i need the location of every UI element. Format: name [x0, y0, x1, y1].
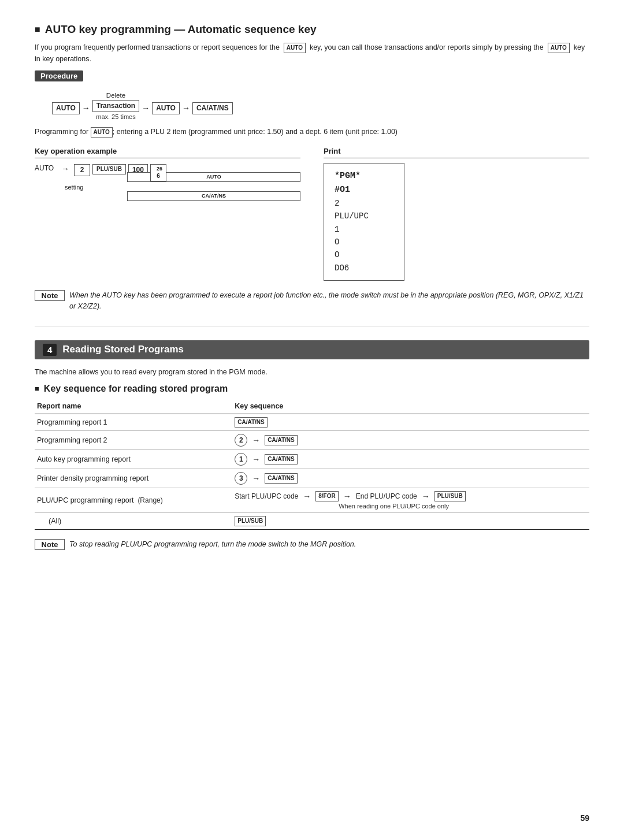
print-l4: O — [335, 236, 393, 248]
key-caatns-1: CA/AT/NS — [235, 417, 267, 428]
arrow-7: → — [422, 492, 430, 501]
proc-caatns: CA/AT/NS — [192, 92, 233, 114]
circle-2: 2 — [235, 434, 247, 447]
plu-sub-key: PLU/SUB — [434, 491, 466, 501]
key-seq-1: CA/AT/NS — [232, 414, 589, 430]
proc-caatns-box: CA/AT/NS — [192, 102, 233, 114]
key-seq-2: 2 → CA/AT/NS — [232, 430, 589, 449]
auto-note-text: When the AUTO key has been programmed to… — [69, 290, 589, 312]
step-two-box: 2 — [74, 164, 90, 176]
auto-step-label: AUTO — [35, 164, 57, 172]
arrow-5: → — [303, 492, 311, 501]
table-row: (All) PLU/SUB — [35, 512, 589, 529]
table-row: PLU/UPC programming report (Range) Start… — [35, 488, 589, 512]
auto-step-arrow: → — [61, 164, 69, 173]
start-label: Start PLU/UPC code — [235, 492, 298, 500]
range-label: (Range) — [138, 496, 162, 504]
circle-1: 1 — [235, 453, 247, 466]
print-header: Print — [324, 147, 589, 158]
auto-key-note-inline: AUTO — [91, 127, 113, 137]
auto-note-label: Note — [35, 290, 65, 301]
print-l5: O — [335, 248, 393, 261]
table-row: Programming report 2 2 → CA/AT/NS — [35, 430, 589, 449]
print-pgm: *PGM* — [335, 169, 393, 183]
section-divider — [35, 326, 589, 326]
programming-note: Programming for AUTO; entering a PLU 2 i… — [35, 126, 589, 137]
proc-arrow3: → — [180, 103, 192, 113]
table-row: Auto key programming report 1 → CA/AT/NS — [35, 449, 589, 469]
section4-title: Reading Stored Programs — [62, 344, 184, 355]
arrow-3: → — [252, 455, 260, 464]
proc-auto-box2: AUTO — [152, 102, 180, 114]
report-name-1: Programming report 1 — [35, 414, 232, 430]
end-label: End PLU/UPC code — [356, 492, 417, 500]
one-plu-note: When reading one PLU/UPC code only — [339, 503, 587, 510]
auto-key-section: AUTO key programming — Automatic sequenc… — [35, 23, 589, 312]
auto-key-title: AUTO key programming — Automatic sequenc… — [35, 23, 589, 36]
setting-label: setting — [65, 184, 83, 191]
section4-area: 4 Reading Stored Programs The machine al… — [35, 340, 589, 550]
delete-label: Delete — [106, 92, 125, 99]
proc-transaction-box: Transaction — [92, 100, 139, 112]
auto-key-inline2: AUTO — [548, 43, 570, 53]
col-report-name: Report name — [35, 400, 232, 414]
arrow-6: → — [343, 492, 351, 501]
print-l6: DO6 — [335, 262, 393, 274]
all-label: (All) — [49, 517, 61, 525]
step-plu-sub-box: PLU/SUB — [92, 164, 126, 174]
print-l1: 2 — [335, 197, 393, 210]
rfgr-key: 8/FOR — [315, 491, 338, 501]
arrow-icon-2: → — [142, 103, 150, 113]
procedure-label: Procedure — [35, 70, 83, 81]
step-6-box: 26 6 — [150, 164, 166, 182]
auto-note: Note When the AUTO key has been programm… — [35, 290, 589, 312]
key-op-col: Key operation example AUTO → 2 PLU/SUB 1… — [35, 147, 300, 201]
proc-auto-box: AUTO — [52, 102, 80, 114]
proc-arrow1: → — [80, 103, 92, 113]
print-l3: 1 — [335, 223, 393, 236]
proc-arrow2: → — [139, 103, 152, 113]
arrow-2: → — [252, 436, 260, 445]
circle-3: 3 — [235, 472, 247, 485]
section4-note: Note To stop reading PLU/UPC programming… — [35, 539, 589, 550]
table-row: Printer density programming report 3 → C… — [35, 469, 589, 488]
key-seq-5: Start PLU/UPC code → 8/FOR → End PLU/UPC… — [232, 488, 589, 512]
sup-26: 26 — [154, 165, 162, 173]
key-seq-3: 1 → CA/AT/NS — [232, 449, 589, 469]
section4-note-text: To stop reading PLU/UPC programming repo… — [69, 539, 356, 550]
key-op-diagram: AUTO → 2 PLU/SUB 100 26 6 setting AUTO — [35, 164, 300, 201]
proc-transaction-wrapper: Delete Transaction max. 25 times — [92, 92, 139, 120]
section4-sub-title: Key sequence for reading stored program — [35, 384, 589, 394]
print-box: *PGM* #O1 2 PLU/UPC 1 O O DO6 — [324, 163, 404, 281]
print-hash: #O1 — [335, 183, 393, 197]
print-l2: PLU/UPC — [335, 210, 393, 222]
example-area: Key operation example AUTO → 2 PLU/SUB 1… — [35, 147, 589, 281]
section4-note-label: Note — [35, 539, 65, 550]
report-name-4: Printer density programming report — [35, 469, 232, 488]
report-name-5: PLU/UPC programming report (Range) — [35, 488, 232, 512]
plu-sub-all-key: PLU/SUB — [235, 516, 266, 526]
col-key-seq: Key sequence — [232, 400, 589, 414]
auto-key-desc: If you program frequently performed tran… — [35, 42, 589, 65]
section4-num: 4 — [43, 344, 57, 356]
proc-auto-key: AUTO — [52, 92, 80, 114]
table-row: Programming report 1 CA/AT/NS — [35, 414, 589, 430]
arrow-4: → — [252, 474, 260, 483]
page-number: 59 — [580, 813, 589, 823]
key-seq-4: 3 → CA/AT/NS — [232, 469, 589, 488]
arrow-icon-1: → — [82, 103, 90, 113]
print-col: Print *PGM* #O1 2 PLU/UPC 1 O O DO6 — [324, 147, 589, 281]
section4-desc: The machine allows you to read every pro… — [35, 366, 589, 378]
proc-auto-key2: AUTO — [152, 92, 180, 114]
report-name-6: (All) — [35, 512, 232, 529]
max-label: max. 25 times — [96, 113, 135, 120]
auto-key-inline: AUTO — [284, 43, 306, 53]
step-caatns-box: CA/AT/NS — [127, 191, 300, 201]
procedure-diagram: AUTO → Delete Transaction max. 25 times … — [52, 92, 589, 120]
key-caatns-3: CA/AT/NS — [265, 454, 297, 464]
report-name-2: Programming report 2 — [35, 430, 232, 449]
key-seq-6: PLU/SUB — [232, 512, 589, 529]
report-table: Report name Key sequence Programming rep… — [35, 400, 589, 530]
procedure-area: Procedure AUTO → Delete Transaction max.… — [35, 70, 589, 120]
key-caatns-2: CA/AT/NS — [265, 435, 297, 445]
